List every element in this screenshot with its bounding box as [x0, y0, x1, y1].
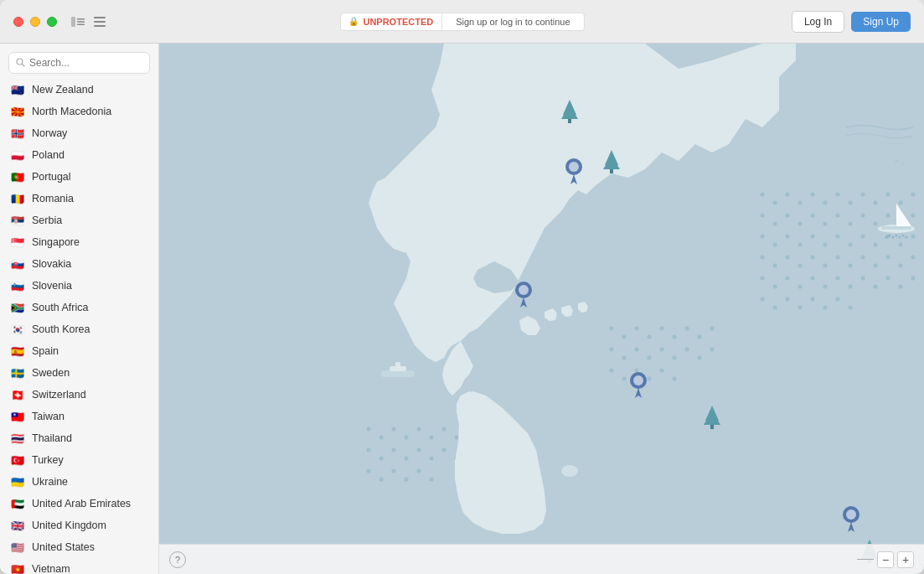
sidebar-item-thailand[interactable]: 🇹🇭 Thailand [0, 427, 158, 449]
flag-icon: 🇰🇷 [10, 322, 25, 337]
search-icon [16, 58, 25, 69]
sidebar-item-spain[interactable]: 🇪🇸 Spain [0, 340, 158, 362]
flag-icon: 🇨🇭 [10, 387, 25, 402]
svg-point-127 [660, 369, 664, 373]
country-name: Norway [32, 127, 67, 139]
titlebar-center: 🔒 UNPROTECTED Sign up or log in to conti… [339, 13, 584, 31]
search-box[interactable] [8, 52, 150, 74]
svg-point-110 [673, 335, 677, 339]
sidebar-item-norway[interactable]: 🇳🇴 Norway [0, 122, 158, 144]
sidebar-item-north-macedonia[interactable]: 🇲🇰 North Macedonia [0, 101, 158, 122]
sidebar-item-switzerland[interactable]: 🇨🇭 Switzerland [0, 384, 158, 406]
svg-point-33 [886, 214, 890, 218]
svg-point-89 [442, 427, 447, 432]
country-name: Serbia [32, 215, 62, 226]
svg-point-16 [836, 193, 840, 197]
svg-point-97 [442, 448, 447, 452]
country-name: Switzerland [32, 389, 86, 401]
sidebar-item-poland[interactable]: 🇵🇱 Poland [0, 144, 158, 166]
flag-icon: 🇿🇦 [10, 300, 25, 315]
sidebar-item-united-states[interactable]: 🇺🇸 United States [0, 536, 158, 558]
svg-point-50 [773, 264, 777, 268]
svg-point-162 [846, 509, 856, 520]
flag-icon: 🇳🇿 [10, 82, 25, 97]
sidebar-item-singapore[interactable]: 🇸🇬 Singapore [0, 231, 158, 253]
svg-point-38 [786, 235, 790, 239]
sidebar-item-united-kingdom[interactable]: 🇬🇧 United Kingdom [0, 515, 158, 536]
svg-point-45 [874, 243, 878, 247]
sidebar-item-ukraine[interactable]: 🇺🇦 Ukraine [0, 471, 158, 493]
sidebar-item-serbia[interactable]: 🇷🇸 Serbia [0, 209, 158, 231]
minimize-button[interactable] [30, 17, 40, 27]
traffic-lights [13, 17, 57, 27]
svg-point-18 [861, 193, 865, 197]
svg-point-156 [569, 162, 579, 172]
svg-point-81 [836, 297, 840, 302]
maximize-button[interactable] [47, 17, 57, 27]
svg-point-19 [874, 201, 878, 205]
svg-rect-153 [395, 362, 400, 367]
svg-point-70 [861, 277, 865, 281]
svg-point-47 [899, 243, 903, 247]
app-window: 🔒 UNPROTECTED Sign up or log in to conti… [0, 0, 924, 574]
svg-point-93 [392, 448, 396, 452]
svg-point-56 [849, 264, 853, 268]
flag-icon: 🇺🇦 [10, 474, 25, 489]
flag-icon: 🇲🇰 [10, 104, 25, 119]
search-input[interactable] [29, 57, 142, 69]
map-area: ? − + [159, 44, 924, 574]
svg-point-114 [610, 348, 614, 352]
sidebar-item-vietnam[interactable]: 🇻🇳 Vietnam [0, 558, 158, 574]
country-name: Turkey [32, 454, 64, 466]
list-icon[interactable] [92, 14, 107, 29]
sidebar-item-romania[interactable]: 🇷🇴 Romania [0, 188, 158, 209]
sidebar-item-united-arab-emirates[interactable]: 🇦🇪 United Arab Emirates [0, 493, 158, 515]
sidebar-item-south-korea[interactable]: 🇰🇷 South Korea [0, 318, 158, 340]
svg-point-119 [673, 356, 677, 360]
svg-point-82 [849, 306, 853, 310]
flag-icon: 🇦🇪 [10, 496, 25, 511]
svg-point-72 [886, 277, 890, 281]
zoom-out-button[interactable]: − [877, 551, 894, 568]
sidebar-item-turkey[interactable]: 🇹🇷 Turkey [0, 449, 158, 471]
svg-point-14 [811, 193, 815, 197]
svg-point-15 [823, 201, 828, 205]
signup-button[interactable]: Sign Up [851, 12, 911, 32]
svg-point-86 [405, 436, 409, 440]
svg-point-12 [786, 193, 790, 197]
flag-icon: 🇹🇼 [10, 409, 25, 424]
svg-point-103 [417, 469, 421, 473]
zoom-in-button[interactable]: + [897, 551, 914, 568]
svg-point-102 [405, 478, 409, 482]
sidebar-item-sweden[interactable]: 🇸🇪 Sweden [0, 362, 158, 384]
login-button[interactable]: Log In [792, 11, 844, 33]
svg-point-37 [773, 243, 777, 247]
svg-point-94 [405, 457, 409, 461]
sidebar-item-new-zealand[interactable]: 🇳🇿 New Zealand [0, 79, 158, 101]
flag-icon: 🇵🇹 [10, 169, 25, 184]
sidebar-item-south-africa[interactable]: 🇿🇦 South Africa [0, 297, 158, 318]
flag-icon: 🇹🇷 [10, 452, 25, 468]
close-button[interactable] [13, 17, 23, 27]
sidebar-icon[interactable] [70, 14, 85, 29]
svg-point-79 [811, 297, 815, 302]
svg-point-29 [836, 214, 840, 218]
svg-point-66 [811, 277, 815, 281]
svg-point-123 [610, 369, 614, 373]
flag-icon: 🇬🇧 [10, 518, 25, 533]
svg-point-87 [417, 427, 421, 432]
svg-point-64 [786, 277, 790, 281]
help-button[interactable]: ? [169, 551, 186, 568]
svg-point-68 [836, 277, 840, 281]
sidebar-item-slovakia[interactable]: 🇸🇰 Slovakia [0, 253, 158, 275]
svg-point-65 [798, 285, 803, 289]
sidebar-item-slovenia[interactable]: 🇸🇮 Slovenia [0, 275, 158, 297]
svg-point-73 [899, 285, 903, 289]
titlebar: 🔒 UNPROTECTED Sign up or log in to conti… [0, 0, 924, 44]
country-name: Romania [32, 193, 74, 204]
svg-point-53 [811, 256, 815, 260]
sidebar-item-taiwan[interactable]: 🇹🇼 Taiwan [0, 406, 158, 427]
sidebar-item-portugal[interactable]: 🇵🇹 Portugal [0, 166, 158, 188]
svg-point-95 [417, 448, 421, 452]
svg-point-52 [798, 264, 803, 268]
